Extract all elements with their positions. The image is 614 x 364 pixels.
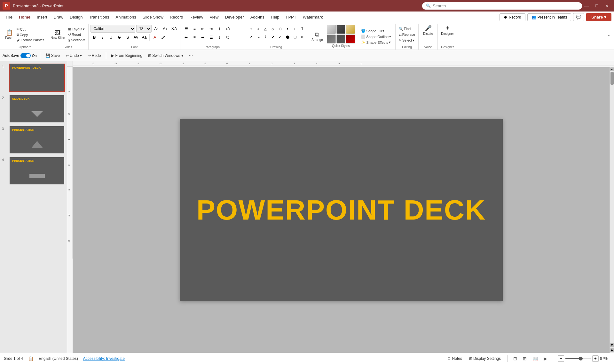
slide-thumb-2[interactable]: SLIDE DECK <box>9 95 65 123</box>
section-button[interactable]: § Section ▾ <box>67 38 86 43</box>
menu-slideshow[interactable]: Slide Show <box>139 13 167 21</box>
layout-button[interactable]: ⊞ Layout ▾ <box>67 27 86 32</box>
slide-item-2[interactable]: 2 SLIDE DECK <box>2 95 65 123</box>
menu-fppt[interactable]: FPPT <box>282 13 299 21</box>
scroll-up-button[interactable]: ▲ <box>610 67 614 71</box>
menu-help[interactable]: Help <box>268 13 283 21</box>
quick-style-1[interactable] <box>327 25 336 34</box>
notes-button[interactable]: 🗒 Notes <box>445 356 464 361</box>
ribbon-collapse-button[interactable]: ⌃ <box>606 24 612 50</box>
decrease-indent-button[interactable]: ⇤ <box>199 25 207 33</box>
copy-button[interactable]: ⧉ Copy <box>15 32 45 37</box>
menu-addins[interactable]: Add-ins <box>247 13 268 21</box>
maximize-button[interactable]: □ <box>592 1 601 10</box>
share-button[interactable]: Share ▾ <box>586 13 611 21</box>
replace-button[interactable]: ⇄ Replace <box>398 32 416 37</box>
shape-12[interactable]: ⬈ <box>269 33 277 41</box>
bullets-button[interactable]: ☰ <box>182 25 190 33</box>
menu-record[interactable]: Record <box>167 13 186 21</box>
comment-button[interactable]: 💬 <box>573 13 584 21</box>
menu-watermark[interactable]: Watermark <box>300 13 326 21</box>
reset-button[interactable]: ↺ Reset <box>67 32 86 37</box>
clear-format-button[interactable]: ✕A <box>170 25 178 33</box>
increase-indent-button[interactable]: ⇥ <box>207 25 215 33</box>
designer-button[interactable]: ✦ Designer <box>440 24 455 36</box>
undo-button[interactable]: ↩ Undo ▾ <box>64 53 84 58</box>
italic-button[interactable]: I <box>99 34 106 41</box>
menu-review[interactable]: Review <box>186 13 207 21</box>
shape-8[interactable]: T <box>298 25 306 33</box>
decrease-font-button[interactable]: A↓ <box>161 25 169 33</box>
slideshow-view-button[interactable]: ▶ <box>542 355 548 362</box>
format-painter-button[interactable]: 🖌 Format Painter <box>15 38 45 42</box>
shape-15[interactable]: ◫ <box>291 33 299 41</box>
shape-7[interactable]: ⟨ <box>291 25 299 33</box>
find-button[interactable]: 🔍 Find <box>398 27 416 31</box>
slide-thumb-4[interactable]: PRESENTATION <box>9 157 65 185</box>
line-spacing-button[interactable]: ↕ <box>216 34 223 41</box>
switch-windows-button[interactable]: ⊞ Switch Windows ▾ <box>146 53 185 58</box>
shape-4[interactable]: ◇ <box>269 25 277 33</box>
save-button[interactable]: 💾 Save <box>43 53 62 58</box>
zoom-in-button[interactable]: + <box>592 355 599 362</box>
scroll-thumb[interactable] <box>610 72 614 85</box>
accessibility-info[interactable]: Accessibility: Investigate <box>83 356 125 361</box>
justify-button[interactable]: ☰ <box>207 34 215 41</box>
quick-style-3[interactable] <box>346 25 355 34</box>
slide-item-4[interactable]: 4 PRESENTATION <box>2 157 65 185</box>
reading-view-button[interactable]: 📖 <box>531 355 539 362</box>
present-in-teams-button[interactable]: 👥 Present in Teams <box>527 13 571 21</box>
normal-view-button[interactable]: ⊡ <box>512 355 518 362</box>
quick-style-4[interactable] <box>327 35 336 43</box>
menu-insert[interactable]: Insert <box>34 13 51 21</box>
record-button[interactable]: ⏺ Record <box>500 13 525 21</box>
font-family-select[interactable]: Calibri <box>91 25 135 33</box>
shape-16[interactable]: ⊕ <box>298 33 306 41</box>
strikethrough-button[interactable]: S <box>115 34 123 41</box>
quick-style-2[interactable] <box>336 25 345 34</box>
display-settings-button[interactable]: ⊞ Display Settings <box>467 356 503 361</box>
shape-11[interactable]: ⤴ <box>262 33 269 41</box>
new-slide-button[interactable]: 🖼 New Slide <box>49 29 66 41</box>
menu-home[interactable]: Home <box>16 13 34 21</box>
redo-button[interactable]: ↪ Redo <box>86 53 103 58</box>
slide-thumb-1[interactable]: POWERPOINT DECK <box>9 64 65 92</box>
align-left-button[interactable]: ⬅ <box>182 34 190 41</box>
shape-6[interactable]: ✦ <box>284 25 291 33</box>
font-color-button[interactable]: A <box>151 34 159 41</box>
text-highlight-button[interactable]: 🖊 <box>159 34 167 41</box>
shadow-button[interactable]: S <box>124 34 131 41</box>
menu-design[interactable]: Design <box>67 13 86 21</box>
char-spacing-button[interactable]: AV <box>132 34 140 41</box>
scrollbar-vertical[interactable]: ▲ ▼ ▶ <box>610 67 614 353</box>
scroll-right-button[interactable]: ▶ <box>610 348 614 352</box>
menu-animations[interactable]: Animations <box>113 13 139 21</box>
minimize-button[interactable]: — <box>582 1 591 10</box>
font-size-select[interactable]: 18 <box>136 25 152 33</box>
shape-2[interactable]: ○ <box>254 25 262 33</box>
menu-view[interactable]: View <box>206 13 222 21</box>
quick-style-5[interactable] <box>336 35 345 43</box>
align-right-button[interactable]: ➡ <box>199 34 207 41</box>
underline-button[interactable]: U <box>107 34 115 41</box>
zoom-bar[interactable] <box>565 358 591 359</box>
change-case-button[interactable]: Aa <box>140 34 148 41</box>
close-button[interactable]: ✕ <box>602 1 611 10</box>
increase-font-button[interactable]: A↑ <box>153 25 160 33</box>
zoom-out-button[interactable]: − <box>558 355 564 362</box>
scroll-down-button[interactable]: ▼ <box>610 343 614 347</box>
text-direction-button[interactable]: ↕A <box>224 25 232 33</box>
shape-effects-button[interactable]: ✨ Shape Effects ▾ <box>360 40 392 45</box>
convert-smartart-button[interactable]: ⬡ <box>224 34 232 41</box>
shape-1[interactable]: □ <box>247 25 255 33</box>
shape-outline-button[interactable]: ⬜ Shape Outline ▾ <box>360 34 392 39</box>
slide-main[interactable]: POWERPOINT DECK <box>180 119 503 301</box>
menu-draw[interactable]: Draw <box>51 13 67 21</box>
menu-transitions[interactable]: Transitions <box>86 13 112 21</box>
slide-item-3[interactable]: 3 PRESENTATION <box>2 126 65 154</box>
arrange-button[interactable]: ⧉ Arrange <box>310 31 324 42</box>
slide-item-1[interactable]: 1 POWERPOINT DECK <box>2 64 65 92</box>
bold-button[interactable]: B <box>91 34 98 41</box>
shape-3[interactable]: △ <box>262 25 269 33</box>
autosave-switch[interactable] <box>20 53 31 58</box>
